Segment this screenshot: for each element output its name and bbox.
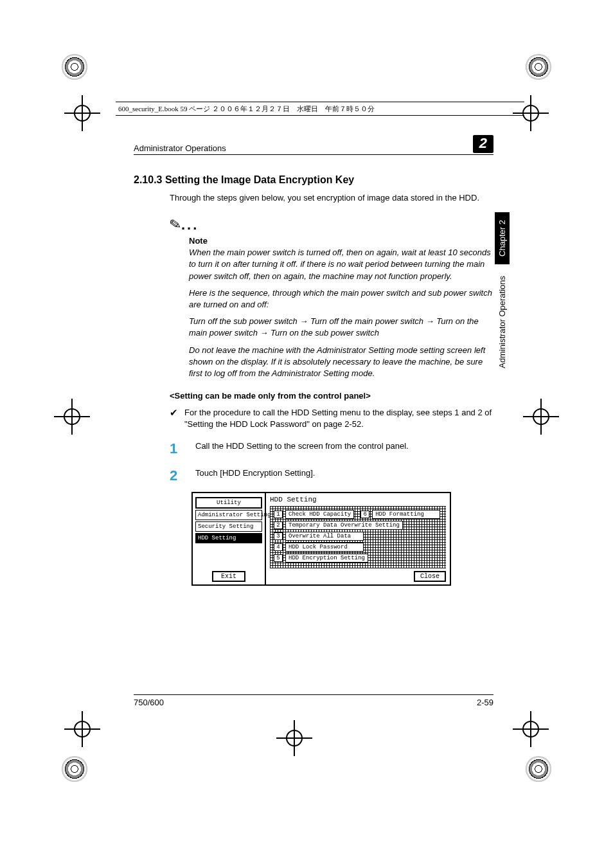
side-tab-chapter: Chapter 2 — [495, 212, 510, 264]
ui-option-button: Check HDD Capacity — [285, 510, 354, 519]
check-icon: ✔ — [170, 407, 178, 430]
ui-panel-title: HDD Setting — [270, 496, 446, 503]
intro-paragraph: Through the steps given below, you set e… — [170, 192, 493, 204]
registration-mark-icon — [523, 399, 559, 435]
ui-option-number: 4 — [274, 543, 283, 551]
hdd-setting-screenshot: Utility Administrator Setting Security S… — [191, 492, 451, 586]
side-tab-section: Administrator Operations — [495, 268, 510, 376]
ui-sidebar-item: Administrator Setting — [195, 510, 262, 520]
book-header: 600_security_E.book 59 ページ ２００６年１２月２７日 水… — [116, 102, 524, 116]
step-text: Call the HDD Setting to the screen from … — [195, 440, 409, 452]
note-icon: ✎ — [168, 216, 182, 235]
note-paragraph: Do not leave the machine with the Admini… — [189, 345, 493, 380]
ui-exit-button: Exit — [212, 571, 245, 582]
section-heading: 2.10.3 Setting the Image Data Encryption… — [134, 174, 493, 186]
section-number: 2.10.3 — [134, 174, 162, 185]
ui-option-button: Temporary Data Overwrite Setting — [285, 521, 403, 530]
footer-model: 750/600 — [134, 698, 164, 707]
registration-mark-icon — [54, 399, 90, 435]
ui-sidebar-item: Security Setting — [195, 521, 262, 532]
ui-sidebar-item-selected: HDD Setting — [195, 533, 262, 543]
section-title-text: Setting the Image Data Encryption Key — [165, 174, 354, 185]
note-block: ✎... Note When the main power switch is … — [170, 217, 493, 379]
note-dots-icon: ... — [181, 217, 199, 233]
ui-option-button: HDD Encryption Setting — [285, 554, 368, 563]
registration-mark-icon — [64, 711, 100, 747]
step-number: 2 — [170, 467, 182, 484]
ui-option-button: Overwrite All Data — [285, 532, 364, 541]
book-header-text: 600_security_E.book 59 ページ ２００６年１２月２７日 水… — [118, 104, 375, 114]
page-footer: 750/600 2-59 — [134, 694, 493, 707]
ui-option-button: HDD Formatting — [372, 510, 440, 519]
subheading: <Setting can be made only from the contr… — [170, 391, 493, 401]
ui-close-button: Close — [414, 571, 446, 582]
ui-option-number: 3 — [274, 532, 283, 540]
step-2: 2 Touch [HDD Encryption Setting]. — [170, 467, 493, 484]
fiducial-icon — [526, 756, 551, 782]
step-text: Touch [HDD Encryption Setting]. — [195, 467, 315, 479]
side-tabs: Chapter 2 Administrator Operations — [495, 212, 510, 380]
fiducial-icon — [62, 54, 87, 80]
check-text: For the procedure to call the HDD Settin… — [184, 407, 493, 430]
registration-mark-icon — [64, 95, 100, 131]
registration-mark-icon — [513, 711, 549, 747]
ui-option-number: 1 — [274, 511, 283, 518]
ui-option-button: HDD Lock Password — [285, 543, 364, 552]
ui-option-number: 6 — [360, 511, 369, 518]
fiducial-icon — [526, 54, 551, 80]
note-label: Note — [189, 236, 493, 246]
step-number: 1 — [170, 440, 182, 457]
ui-option-number: 5 — [274, 554, 283, 562]
footer-page-number: 2-59 — [477, 698, 493, 707]
check-item: ✔ For the procedure to call the HDD Sett… — [170, 407, 493, 430]
chapter-badge: 2 — [473, 135, 493, 153]
note-paragraph: When the main power switch is turned off… — [189, 247, 493, 282]
registration-mark-icon — [276, 720, 312, 756]
note-paragraph: Here is the sequence, through which the … — [189, 287, 493, 311]
step-1: 1 Call the HDD Setting to the screen fro… — [170, 440, 493, 457]
fiducial-icon — [62, 756, 87, 782]
ui-option-number: 2 — [274, 521, 283, 529]
ui-utility-title: Utility — [195, 497, 262, 509]
running-header: Administrator Operations — [134, 143, 226, 153]
note-paragraph: Turn off the sub power switch → Turn off… — [189, 316, 493, 339]
